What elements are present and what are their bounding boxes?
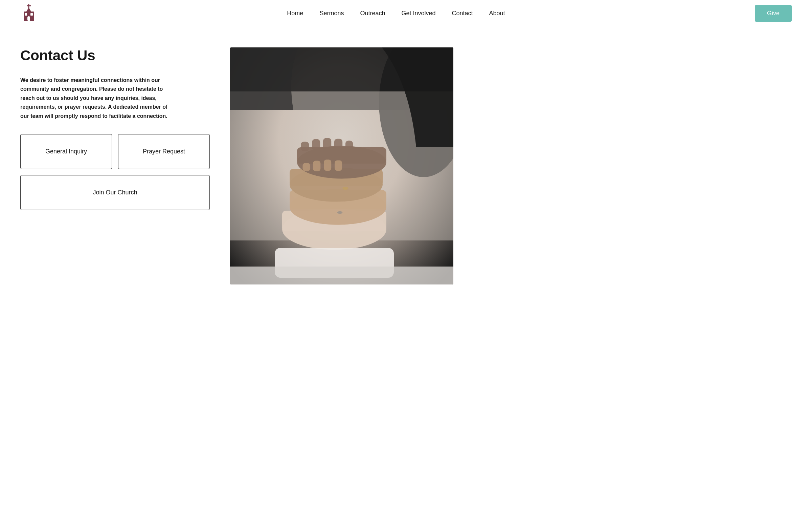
contact-cards: General Inquiry Prayer Request Join Our … bbox=[20, 134, 210, 210]
give-button[interactable]: Give bbox=[755, 5, 792, 22]
svg-marker-2 bbox=[26, 7, 31, 12]
svg-rect-22 bbox=[301, 142, 309, 151]
page-content: Contact Us We desire to foster meaningfu… bbox=[0, 27, 474, 305]
page-title: Contact Us bbox=[20, 47, 210, 64]
join-church-card[interactable]: Join Our Church bbox=[20, 175, 210, 210]
navigation: Home Sermons Outreach Get Involved Conta… bbox=[0, 0, 812, 27]
svg-rect-27 bbox=[303, 163, 310, 171]
church-logo-icon bbox=[20, 4, 37, 23]
svg-rect-31 bbox=[230, 267, 453, 284]
svg-rect-29 bbox=[324, 160, 331, 171]
left-column: Contact Us We desire to foster meaningfu… bbox=[20, 47, 210, 284]
logo[interactable] bbox=[20, 4, 37, 23]
contact-image bbox=[230, 47, 453, 284]
nav-links: Home Sermons Outreach Get Involved Conta… bbox=[287, 10, 505, 17]
svg-rect-28 bbox=[313, 161, 320, 171]
svg-rect-5 bbox=[25, 13, 27, 16]
nav-sermons[interactable]: Sermons bbox=[319, 10, 344, 17]
svg-rect-24 bbox=[323, 138, 331, 150]
nav-contact[interactable]: Contact bbox=[452, 10, 473, 17]
svg-rect-4 bbox=[27, 16, 30, 21]
prayer-request-card[interactable]: Prayer Request bbox=[118, 134, 210, 169]
svg-rect-25 bbox=[334, 139, 342, 150]
nav-about[interactable]: About bbox=[489, 10, 505, 17]
svg-rect-6 bbox=[30, 13, 33, 16]
svg-point-21 bbox=[337, 211, 342, 214]
right-column bbox=[230, 47, 453, 284]
svg-rect-23 bbox=[312, 139, 320, 150]
nav-outreach[interactable]: Outreach bbox=[360, 10, 385, 17]
svg-point-20 bbox=[342, 187, 348, 190]
contact-description: We desire to foster meaningful connectio… bbox=[20, 76, 176, 121]
general-inquiry-card[interactable]: General Inquiry bbox=[20, 134, 112, 169]
nav-home[interactable]: Home bbox=[287, 10, 303, 17]
svg-rect-30 bbox=[335, 161, 342, 171]
cards-top-row: General Inquiry Prayer Request bbox=[20, 134, 210, 169]
svg-rect-26 bbox=[345, 141, 353, 150]
nav-get-involved[interactable]: Get Involved bbox=[401, 10, 435, 17]
svg-rect-19 bbox=[297, 147, 386, 164]
